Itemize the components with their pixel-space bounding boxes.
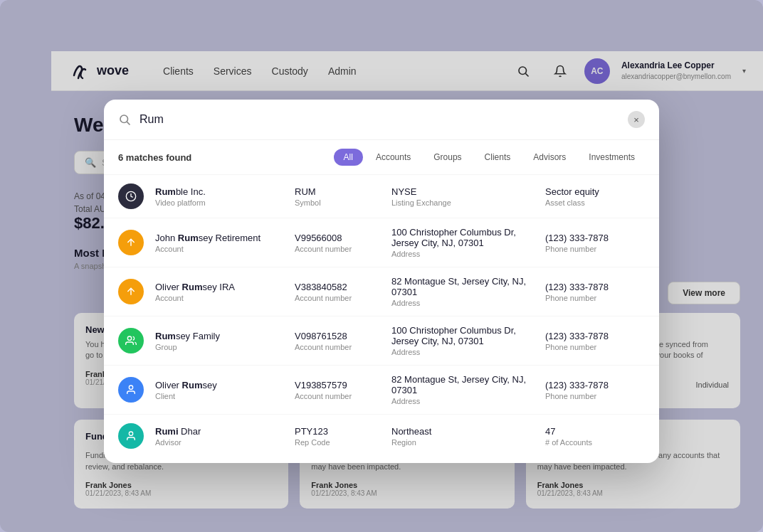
svg-line-3 <box>127 122 130 124</box>
result-col3-4: (123) 333-7878 Phone number <box>545 380 645 400</box>
result-col1-5: PTY123 Rep Code <box>295 426 380 447</box>
result-row-5[interactable]: Rumi Dhar Advisor PTY123 Rep Code Northe… <box>104 414 659 457</box>
result-col1-4: V193857579 Account number <box>295 380 380 400</box>
filter-tab-investments[interactable]: Investments <box>579 149 645 166</box>
result-main-2: Oliver Rumsey IRA Account <box>155 282 283 302</box>
result-col1-1: V99566008 Account number <box>295 233 380 253</box>
matches-count: 6 matches found <box>118 152 328 163</box>
result-col3-2: (123) 333-7878 Phone number <box>545 282 645 302</box>
search-clear-button[interactable]: × <box>628 111 645 128</box>
result-col2-2: 82 Montague St, Jersey City, NJ, 07301 A… <box>391 276 534 307</box>
search-modal-header: × <box>104 100 659 140</box>
result-row-4[interactable]: Oliver Rumsey Client V193857579 Account … <box>104 365 659 414</box>
result-main-5: Rumi Dhar Advisor <box>155 426 283 447</box>
result-type-3: Group <box>155 343 283 351</box>
search-modal-input[interactable] <box>140 113 619 126</box>
result-name-1: John Rumsey Retirement <box>155 233 283 243</box>
search-modal: × 6 matches found All Accounts Groups Cl… <box>104 100 659 463</box>
result-col3-0: Sector equity Asset class <box>545 186 645 207</box>
result-name-3: Rumsey Family <box>155 331 283 341</box>
result-type-0: Video platform <box>155 198 283 207</box>
result-col1-3: V098761528 Account number <box>295 331 380 351</box>
filter-tabs: All Accounts Groups Clients Advisors Inv… <box>334 149 645 166</box>
result-icon-2 <box>118 279 144 304</box>
result-col2-1: 100 Christopher Columbus Dr, Jersey City… <box>391 227 534 258</box>
filter-tab-clients[interactable]: Clients <box>475 149 521 166</box>
result-col2-3: 100 Christopher Columbus Dr, Jersey City… <box>391 325 534 356</box>
result-row-2[interactable]: Oliver Rumsey IRA Account V383840582 Acc… <box>104 267 659 316</box>
filter-tab-advisors[interactable]: Advisors <box>523 149 576 166</box>
result-name-5: Rumi Dhar <box>155 426 283 437</box>
result-name-0: Rumble Inc. <box>155 186 283 197</box>
result-type-4: Client <box>155 392 283 400</box>
svg-point-7 <box>127 336 131 340</box>
result-icon-3 <box>118 328 144 353</box>
svg-point-2 <box>120 115 128 123</box>
result-row-3[interactable]: Rumsey Family Group V098761528 Account n… <box>104 316 659 365</box>
result-name-4: Oliver Rumsey <box>155 380 283 390</box>
result-col3-5: 47 # of Accounts <box>545 426 645 447</box>
modal-search-icon <box>118 113 131 126</box>
result-row-0[interactable]: Rumble Inc. Video platform RUM Symbol NY… <box>104 174 659 218</box>
result-type-1: Account <box>155 245 283 253</box>
filter-tab-accounts[interactable]: Accounts <box>366 149 421 166</box>
result-row-1[interactable]: John Rumsey Retirement Account V99566008… <box>104 218 659 267</box>
filter-tab-all[interactable]: All <box>334 149 363 166</box>
svg-point-9 <box>129 432 132 435</box>
results-list: Rumble Inc. Video platform RUM Symbol NY… <box>104 174 659 463</box>
result-col1-2: V383840582 Account number <box>295 282 380 302</box>
result-col2-0: NYSE Listing Exchange <box>391 186 534 207</box>
result-icon-4 <box>118 377 144 403</box>
result-col3-3: (123) 333-7878 Phone number <box>545 331 645 351</box>
result-col2-5: Northeast Region <box>391 426 534 447</box>
result-icon-5 <box>118 423 144 449</box>
result-name-2: Oliver Rumsey IRA <box>155 282 283 292</box>
filter-tab-groups[interactable]: Groups <box>423 149 471 166</box>
result-type-5: Advisor <box>155 438 283 447</box>
result-col2-4: 82 Montague St, Jersey City, NJ, 07301 A… <box>391 374 534 405</box>
result-main-1: John Rumsey Retirement Account <box>155 233 283 253</box>
search-results-header: 6 matches found All Accounts Groups Clie… <box>104 140 659 174</box>
result-main-3: Rumsey Family Group <box>155 331 283 351</box>
result-icon-0 <box>118 183 144 209</box>
result-type-2: Account <box>155 294 283 302</box>
result-col1-0: RUM Symbol <box>295 186 380 207</box>
result-icon-1 <box>118 230 144 255</box>
svg-point-8 <box>129 385 132 389</box>
result-col3-1: (123) 333-7878 Phone number <box>545 233 645 253</box>
result-main-0: Rumble Inc. Video platform <box>155 186 283 207</box>
result-main-4: Oliver Rumsey Client <box>155 380 283 400</box>
